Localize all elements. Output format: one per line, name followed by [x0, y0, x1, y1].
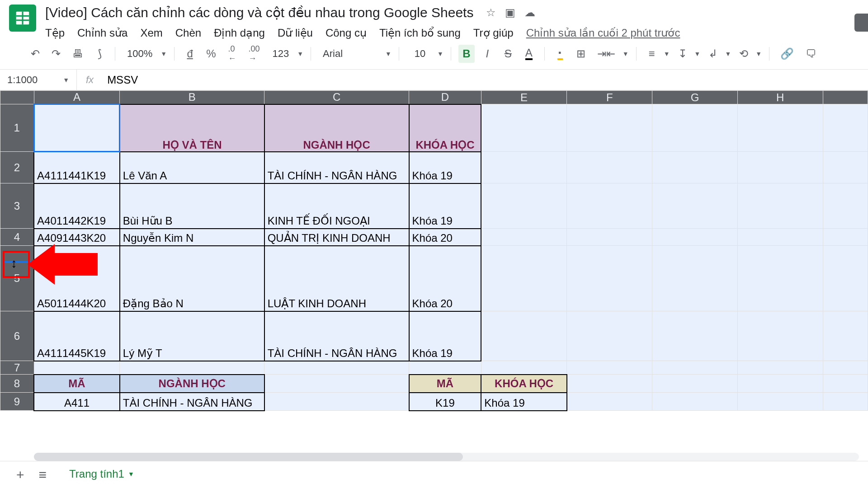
- number-format-select[interactable]: 123: [268, 48, 294, 60]
- chevron-down-icon[interactable]: ▼: [297, 50, 303, 57]
- cell-B3[interactable]: Bùi Hữu B: [120, 183, 264, 229]
- cell-F3[interactable]: [567, 183, 652, 229]
- merge-icon[interactable]: ⇥⇤: [594, 45, 619, 63]
- cell-G9[interactable]: [652, 393, 738, 411]
- col-header-B[interactable]: B: [120, 91, 264, 104]
- cell-G2[interactable]: [652, 152, 738, 183]
- cell-C6[interactable]: TÀI CHÍNH - NGÂN HÀNG: [264, 311, 409, 361]
- fill-color-button[interactable]: 🞍: [557, 47, 563, 60]
- cell-C5[interactable]: LUẬT KINH DOANH: [264, 246, 409, 311]
- cell-A4[interactable]: A4091443K20: [34, 229, 120, 246]
- menu-file[interactable]: Tệp: [45, 27, 65, 39]
- chevron-down-icon[interactable]: ▼: [664, 50, 670, 57]
- cell-B2[interactable]: Lê Văn A: [120, 152, 264, 183]
- row-header-9[interactable]: 9: [0, 393, 34, 411]
- percent-button[interactable]: %: [203, 45, 219, 63]
- valign-icon[interactable]: ↧: [675, 45, 691, 63]
- decrease-decimal-button[interactable]: .0←: [224, 45, 240, 63]
- cell-E1[interactable]: [481, 104, 567, 152]
- comment-icon[interactable]: 🗨: [802, 45, 820, 63]
- cell-X7[interactable]: [823, 361, 868, 375]
- cell-X3[interactable]: [823, 183, 868, 229]
- redo-icon[interactable]: ↷: [48, 45, 64, 63]
- col-header-F[interactable]: F: [567, 91, 652, 104]
- cell-D4[interactable]: Khóa 20: [409, 229, 481, 246]
- sheet-tab-1[interactable]: Trang tính1 ▼: [58, 463, 145, 486]
- cell-C8[interactable]: [264, 375, 409, 393]
- chevron-down-icon[interactable]: ▼: [63, 76, 69, 84]
- cell-A3[interactable]: A4011442K19: [34, 183, 120, 229]
- cell-E4[interactable]: [481, 229, 567, 246]
- sheets-logo[interactable]: [9, 5, 36, 32]
- col-header-extra[interactable]: [823, 91, 868, 104]
- cell-D7[interactable]: [409, 361, 481, 375]
- cell-E7[interactable]: [481, 361, 567, 375]
- menu-addons[interactable]: Tiện ích bổ sung: [379, 27, 461, 39]
- currency-button[interactable]: đ: [182, 45, 198, 63]
- strike-button[interactable]: S: [500, 45, 516, 63]
- cell-X4[interactable]: [823, 229, 868, 246]
- move-icon[interactable]: ▣: [505, 6, 515, 19]
- row-header-7[interactable]: 7: [0, 361, 34, 375]
- cloud-icon[interactable]: ☁: [524, 6, 535, 19]
- chevron-down-icon[interactable]: ▼: [755, 50, 762, 57]
- cell-B1[interactable]: HỌ VÀ TÊN: [120, 104, 264, 152]
- chevron-down-icon[interactable]: ▼: [437, 50, 443, 57]
- menu-insert[interactable]: Chèn: [175, 27, 201, 39]
- undo-icon[interactable]: ↶: [27, 45, 43, 63]
- link-icon[interactable]: 🔗: [777, 45, 797, 63]
- cell-E3[interactable]: [481, 183, 567, 229]
- cell-H5[interactable]: [737, 246, 823, 311]
- all-sheets-button[interactable]: ≡: [36, 465, 50, 485]
- cell-A6[interactable]: A4111445K19: [34, 311, 120, 361]
- cell-B5[interactable]: Đặng Bảo N: [120, 246, 264, 311]
- cell-G6[interactable]: [652, 311, 738, 361]
- cell-D2[interactable]: Khóa 19: [409, 152, 481, 183]
- doc-title[interactable]: [Video] Cách căn chỉnh các dòng và cột đ…: [45, 5, 473, 20]
- menu-help[interactable]: Trợ giúp: [473, 27, 514, 39]
- star-icon[interactable]: ☆: [486, 6, 496, 19]
- menu-view[interactable]: Xem: [140, 27, 162, 39]
- cell-X6[interactable]: [823, 311, 868, 361]
- cell-C9[interactable]: [264, 393, 409, 411]
- horizontal-scrollbar[interactable]: [34, 453, 859, 461]
- col-header-H[interactable]: H: [737, 91, 823, 104]
- chevron-down-icon[interactable]: ▼: [128, 470, 134, 478]
- cell-B7[interactable]: [120, 361, 264, 375]
- cell-D6[interactable]: Khóa 19: [409, 311, 481, 361]
- cell-H8[interactable]: [737, 375, 823, 393]
- rotate-icon[interactable]: ⟲: [736, 45, 752, 63]
- cell-F7[interactable]: [567, 361, 652, 375]
- col-header-D[interactable]: D: [409, 91, 481, 104]
- cell-F1[interactable]: [567, 104, 652, 152]
- text-color-button[interactable]: A: [525, 47, 533, 60]
- col-header-C[interactable]: C: [264, 91, 409, 104]
- cell-E6[interactable]: [481, 311, 567, 361]
- wrap-icon[interactable]: ↲: [705, 45, 721, 63]
- cell-G8[interactable]: [652, 375, 738, 393]
- cell-E5[interactable]: [481, 246, 567, 311]
- cell-G1[interactable]: [652, 104, 738, 152]
- cell-B6[interactable]: Lý Mỹ T: [120, 311, 264, 361]
- chevron-down-icon[interactable]: ▼: [160, 50, 167, 57]
- row-header-6[interactable]: 6: [0, 311, 34, 361]
- add-sheet-button[interactable]: +: [14, 465, 27, 485]
- row-header-4[interactable]: 4: [0, 229, 34, 246]
- cell-A9[interactable]: A411: [34, 393, 120, 411]
- cell-X1[interactable]: [823, 104, 868, 152]
- chevron-down-icon[interactable]: ▼: [385, 50, 392, 57]
- cell-X9[interactable]: [823, 393, 868, 411]
- chevron-down-icon[interactable]: ▼: [694, 50, 701, 57]
- menu-format[interactable]: Định dạng: [214, 27, 265, 39]
- cell-D8[interactable]: MÃ: [409, 375, 481, 393]
- cell-D1[interactable]: KHÓA HỌC: [409, 104, 481, 152]
- cell-A1[interactable]: [34, 104, 120, 152]
- halign-icon[interactable]: ≡: [644, 45, 660, 63]
- side-panel-toggle[interactable]: [854, 14, 868, 32]
- cell-A2[interactable]: A4111441K19: [34, 152, 120, 183]
- cell-E9[interactable]: Khóa 19: [481, 393, 567, 411]
- bold-button[interactable]: B: [458, 45, 475, 63]
- paint-format-icon[interactable]: ⟆: [91, 45, 108, 63]
- cell-F9[interactable]: [567, 393, 652, 411]
- cell-B9[interactable]: TÀI CHÍNH - NGÂN HÀNG: [120, 393, 264, 411]
